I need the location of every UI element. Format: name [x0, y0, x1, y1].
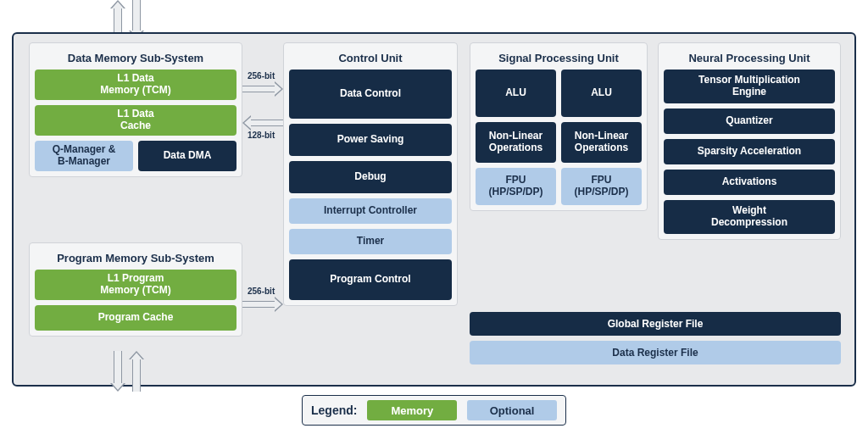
power-saving: Power Saving: [289, 124, 452, 156]
timer: Timer: [289, 229, 452, 254]
global-register-file: Global Register File: [470, 312, 841, 336]
bus-label-256: 256-bit: [248, 71, 275, 81]
legend-memory: Memory: [367, 400, 457, 420]
section-control-unit: Control Unit Data Control Power Saving D…: [283, 42, 458, 306]
weight-decompression: WeightDecompression: [664, 200, 835, 234]
bottom-arrow-down-icon: [110, 351, 125, 392]
l1-data-cache: L1 DataCache: [35, 105, 236, 136]
bus-arrow-256-prog-icon: [242, 297, 283, 312]
program-cache: Program Cache: [35, 305, 236, 331]
bus-label-256-prog: 256-bit: [248, 287, 275, 296]
bottom-arrow-up-icon: [129, 351, 144, 392]
section-title: Neural Processing Unit: [664, 48, 835, 70]
program-control: Program Control: [289, 259, 452, 300]
section-program-memory: Program Memory Sub-System L1 ProgramMemo…: [29, 242, 242, 337]
quantizer: Quantizer: [664, 108, 835, 134]
soc-outline: Data Memory Sub-System L1 DataMemory (TC…: [12, 32, 856, 387]
section-title: Signal Processing Unit: [476, 48, 642, 70]
section-title: Program Memory Sub-System: [35, 248, 236, 270]
q-b-manager: Q-Manager &B-Manager: [35, 141, 133, 171]
sparsity-accel: Sparsity Acceleration: [664, 139, 835, 164]
section-npu: Neural Processing Unit Tensor Multiplica…: [658, 42, 841, 240]
section-data-memory: Data Memory Sub-System L1 DataMemory (TC…: [29, 42, 242, 177]
l1-program-tcm: L1 ProgramMemory (TCM): [35, 270, 236, 300]
debug: Debug: [289, 161, 452, 193]
bus-arrow-256-icon: [242, 81, 283, 97]
activations: Activations: [664, 170, 835, 195]
alu-0: ALU: [476, 70, 556, 117]
legend: Legend: Memory Optional: [302, 395, 566, 426]
legend-optional: Optional: [467, 400, 557, 420]
nonlinear-ops-1: Non-LinearOperations: [561, 122, 642, 163]
bus-label-128: 128-bit: [248, 131, 275, 140]
section-spu: Signal Processing Unit ALU ALU Non-Linea…: [470, 42, 648, 211]
alu-1: ALU: [561, 70, 642, 117]
interrupt-controller: Interrupt Controller: [289, 198, 452, 224]
fpu-1: FPU(HP/SP/DP): [561, 168, 642, 205]
l1-data-tcm: L1 DataMemory (TCM): [35, 70, 236, 100]
section-title: Data Memory Sub-System: [35, 48, 236, 70]
data-dma: Data DMA: [138, 141, 236, 171]
fpu-0: FPU(HP/SP/DP): [476, 168, 556, 205]
data-control: Data Control: [289, 70, 452, 119]
bus-arrow-128-icon: [242, 115, 283, 131]
legend-label: Legend:: [311, 403, 357, 417]
tensor-mul-engine: Tensor MultiplicationEngine: [664, 70, 835, 103]
data-register-file: Data Register File: [470, 341, 841, 364]
nonlinear-ops-0: Non-LinearOperations: [476, 122, 556, 163]
section-title: Control Unit: [289, 48, 452, 70]
